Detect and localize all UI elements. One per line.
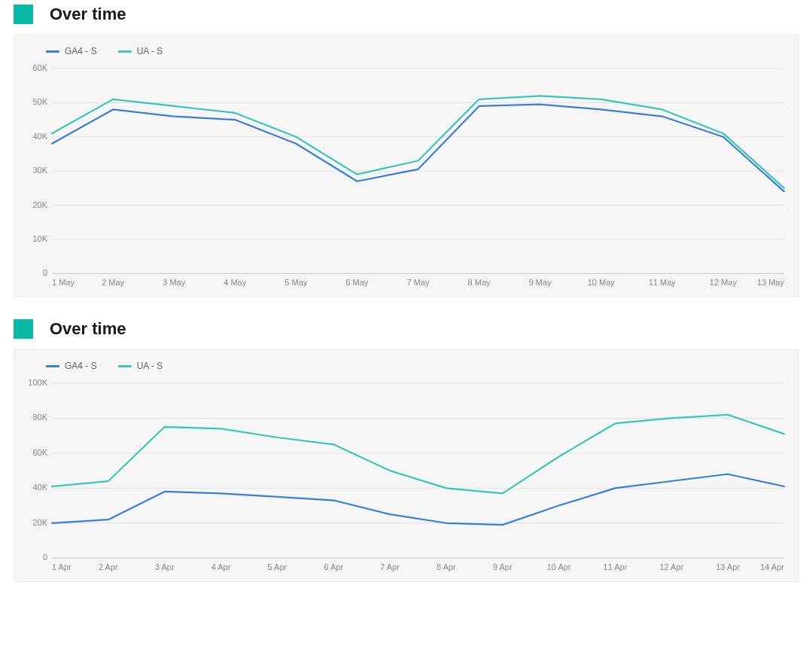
svg-text:1 May: 1 May [52, 278, 75, 287]
svg-text:7 Apr: 7 Apr [380, 563, 400, 572]
svg-text:2 May: 2 May [102, 278, 124, 287]
over-time-section: Over time GA4 - S UA - S 010K20K30K40K50… [0, 0, 812, 297]
svg-text:3 May: 3 May [163, 278, 185, 287]
svg-text:11 May: 11 May [649, 278, 677, 287]
svg-text:9 May: 9 May [529, 278, 552, 287]
chart-card: GA4 - S UA - S 020K40K60K80K100K1 Apr2 A… [14, 349, 798, 581]
chart-plot[interactable]: 010K20K30K40K50K60K1 May2 May3 May4 May5… [22, 64, 790, 290]
svg-text:13 May: 13 May [757, 278, 785, 287]
svg-text:13 Apr: 13 Apr [716, 563, 740, 572]
section-bullet-icon [14, 5, 33, 24]
svg-text:20K: 20K [32, 200, 47, 209]
svg-text:30K: 30K [32, 166, 47, 175]
legend-label: GA4 - S [65, 361, 97, 371]
over-time-section: Over time GA4 - S UA - S 020K40K60K80K10… [0, 315, 812, 581]
chart-card: GA4 - S UA - S 010K20K30K40K50K60K1 May2… [14, 35, 798, 297]
svg-text:10 May: 10 May [588, 278, 616, 287]
legend-label: GA4 - S [65, 46, 97, 56]
legend-item-ga4[interactable]: GA4 - S [46, 361, 97, 371]
svg-text:8 May: 8 May [468, 278, 491, 287]
svg-text:10K: 10K [32, 234, 47, 243]
svg-text:40K: 40K [32, 483, 47, 492]
svg-text:11 Apr: 11 Apr [604, 563, 628, 572]
svg-text:4 Apr: 4 Apr [211, 563, 231, 572]
chart-legend: GA4 - S UA - S [22, 46, 790, 64]
section-title: Over time [50, 5, 126, 24]
legend-label: UA - S [137, 361, 163, 371]
section-title: Over time [50, 319, 126, 339]
svg-text:0: 0 [43, 268, 47, 277]
legend-swatch-icon [46, 50, 59, 53]
svg-text:40K: 40K [32, 132, 47, 141]
legend-swatch-icon [46, 365, 59, 367]
section-header: Over time [0, 0, 812, 35]
svg-text:0: 0 [43, 553, 47, 562]
svg-text:6 Apr: 6 Apr [324, 563, 343, 572]
legend-item-ua[interactable]: UA - S [118, 361, 163, 371]
svg-text:1 Apr: 1 Apr [52, 563, 71, 572]
svg-text:3 Apr: 3 Apr [155, 563, 175, 572]
legend-swatch-icon [118, 365, 132, 367]
svg-text:80K: 80K [32, 413, 47, 422]
legend-item-ua[interactable]: UA - S [118, 46, 163, 56]
legend-swatch-icon [118, 50, 132, 53]
svg-text:60K: 60K [32, 64, 47, 72]
legend-item-ga4[interactable]: GA4 - S [46, 46, 97, 56]
svg-text:100K: 100K [28, 379, 47, 387]
svg-text:7 May: 7 May [407, 278, 430, 287]
svg-text:8 Apr: 8 Apr [436, 563, 456, 572]
section-header: Over time [0, 315, 812, 349]
svg-text:9 Apr: 9 Apr [493, 563, 512, 572]
legend-label: UA - S [137, 46, 163, 56]
svg-text:12 May: 12 May [710, 278, 737, 287]
svg-text:60K: 60K [32, 448, 47, 457]
svg-text:5 May: 5 May [284, 278, 307, 287]
svg-text:4 May: 4 May [224, 278, 246, 287]
svg-text:50K: 50K [32, 97, 47, 106]
section-bullet-icon [14, 319, 33, 339]
chart-legend: GA4 - S UA - S [22, 361, 790, 379]
svg-text:12 Apr: 12 Apr [659, 563, 683, 572]
svg-text:5 Apr: 5 Apr [268, 563, 287, 572]
svg-text:10 Apr: 10 Apr [547, 563, 571, 572]
chart-plot[interactable]: 020K40K60K80K100K1 Apr2 Apr3 Apr4 Apr5 A… [22, 379, 790, 574]
svg-text:14 Apr: 14 Apr [760, 563, 784, 572]
svg-text:20K: 20K [32, 518, 47, 527]
svg-text:6 May: 6 May [345, 278, 368, 287]
svg-text:2 Apr: 2 Apr [99, 563, 118, 572]
